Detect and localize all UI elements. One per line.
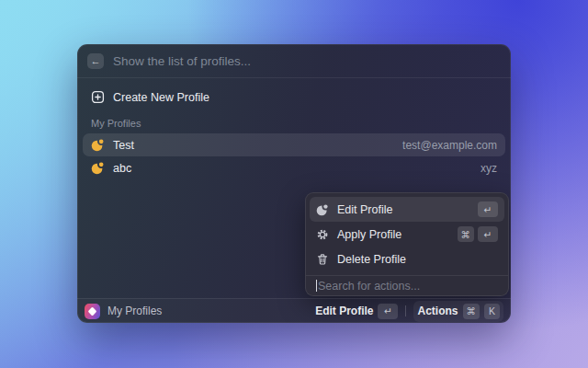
profiles-list: Create New Profile My Profiles Test test… xyxy=(77,78,511,179)
action-apply-profile[interactable]: Apply Profile ⌘ ↵ xyxy=(310,222,504,247)
action-label: Apply Profile xyxy=(337,228,401,241)
profile-name: abc xyxy=(113,162,131,175)
shortcut-keys: ⌘ ↵ xyxy=(458,226,499,242)
plus-icon xyxy=(91,90,105,104)
profile-name: Test xyxy=(113,139,134,152)
primary-action-label: Edit Profile xyxy=(315,305,373,317)
text-caret xyxy=(316,280,317,292)
actions-panel-button[interactable]: Actions ⌘ K xyxy=(413,301,503,322)
cmd-key-badge: ⌘ xyxy=(463,304,481,319)
back-button[interactable]: ← xyxy=(87,53,104,69)
actions-menu-items: Edit Profile ↵ Apply Profile ⌘ ↵ xyxy=(306,193,508,275)
actions-search-input[interactable] xyxy=(318,280,498,293)
profile-row-test[interactable]: Test test@example.com xyxy=(83,133,505,156)
launcher-window: ← Create New Profile My Profiles xyxy=(77,44,511,323)
primary-action-button[interactable]: Edit Profile ↵ xyxy=(315,304,398,319)
k-key-badge: K xyxy=(484,304,500,319)
profile-meta: test@example.com xyxy=(402,139,497,152)
action-edit-profile[interactable]: Edit Profile ↵ xyxy=(310,197,504,222)
actions-menu: Edit Profile ↵ Apply Profile ⌘ ↵ xyxy=(305,192,509,296)
action-delete-profile[interactable]: Delete Profile xyxy=(310,247,504,271)
divider xyxy=(405,305,406,316)
enter-key-badge: ↵ xyxy=(378,304,398,319)
enter-key-badge: ↵ xyxy=(478,226,498,242)
profile-icon xyxy=(91,161,105,175)
actions-search[interactable] xyxy=(306,275,508,295)
cmd-key-badge: ⌘ xyxy=(458,226,475,242)
shortcut-keys: ↵ xyxy=(478,201,498,217)
trash-icon xyxy=(316,253,329,266)
header: ← xyxy=(77,44,511,78)
action-label: Edit Profile xyxy=(337,203,392,216)
profile-row-abc[interactable]: abc xyz xyxy=(83,156,505,179)
action-label: Delete Profile xyxy=(337,253,406,266)
app-label: My Profiles xyxy=(107,305,162,317)
section-title: My Profiles xyxy=(91,118,505,129)
actions-button-label: Actions xyxy=(417,305,458,317)
enter-key-badge: ↵ xyxy=(478,201,498,217)
status-bar: My Profiles Edit Profile ↵ Actions ⌘ K xyxy=(77,298,511,323)
create-new-profile-label: Create New Profile xyxy=(113,91,209,104)
profile-icon xyxy=(91,138,105,152)
back-arrow-icon: ← xyxy=(91,56,101,66)
status-bar-actions: Edit Profile ↵ Actions ⌘ K xyxy=(315,301,503,322)
profile-icon xyxy=(316,203,329,216)
diamond-icon xyxy=(88,306,97,316)
app-logo-icon[interactable] xyxy=(85,304,100,319)
profile-meta: xyz xyxy=(481,162,497,175)
gear-icon xyxy=(316,228,329,241)
create-new-profile-item[interactable]: Create New Profile xyxy=(83,86,505,109)
command-search-input[interactable] xyxy=(113,54,501,68)
